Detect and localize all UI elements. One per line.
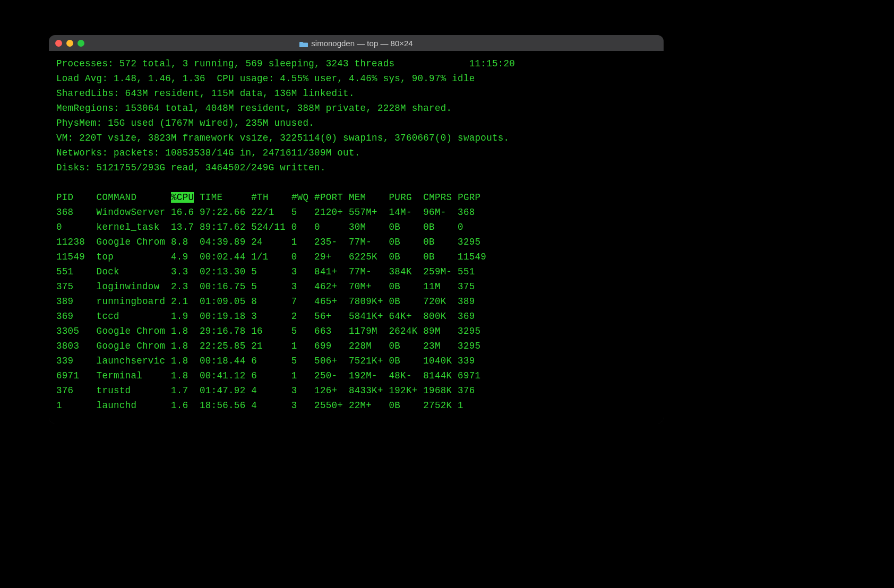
window-title: simonogden — top — 80×24 [49, 39, 664, 48]
terminal-output[interactable]: Processes: 572 total, 3 running, 569 sle… [49, 51, 664, 423]
traffic-lights [49, 40, 84, 47]
close-icon[interactable] [55, 40, 62, 47]
minimize-icon[interactable] [66, 40, 73, 47]
zoom-icon[interactable] [78, 40, 84, 47]
window-title-text: simonogden — top — 80×24 [311, 39, 412, 48]
folder-icon [299, 40, 308, 46]
terminal-window: simonogden — top — 80×24 Processes: 572 … [49, 35, 664, 423]
window-titlebar[interactable]: simonogden — top — 80×24 [49, 35, 664, 51]
